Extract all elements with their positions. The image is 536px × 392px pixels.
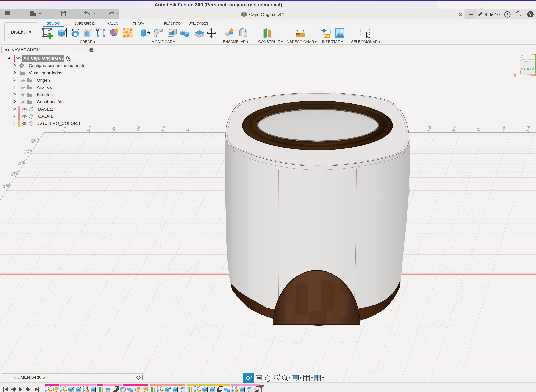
svg-text:X: X (513, 73, 516, 78)
svg-text:200: 200 (111, 125, 116, 132)
svg-text:175: 175 (10, 170, 19, 177)
svg-text:150: 150 (2, 182, 11, 189)
svg-text:200: 200 (501, 125, 506, 132)
svg-text:SUPERIOR: SUPERIOR (522, 58, 536, 61)
svg-text:150: 150 (160, 125, 166, 132)
svg-text:225: 225 (525, 125, 531, 132)
svg-text:175: 175 (476, 125, 481, 132)
svg-text:150: 150 (451, 125, 457, 132)
svg-text:125: 125 (185, 125, 190, 132)
svg-text:175: 175 (136, 125, 141, 132)
svg-text:125: 125 (427, 125, 432, 132)
svg-text:POSTERIOR: POSTERIOR (520, 67, 536, 70)
svg-text:225: 225 (86, 125, 92, 132)
svg-text:?: ? (529, 12, 532, 17)
